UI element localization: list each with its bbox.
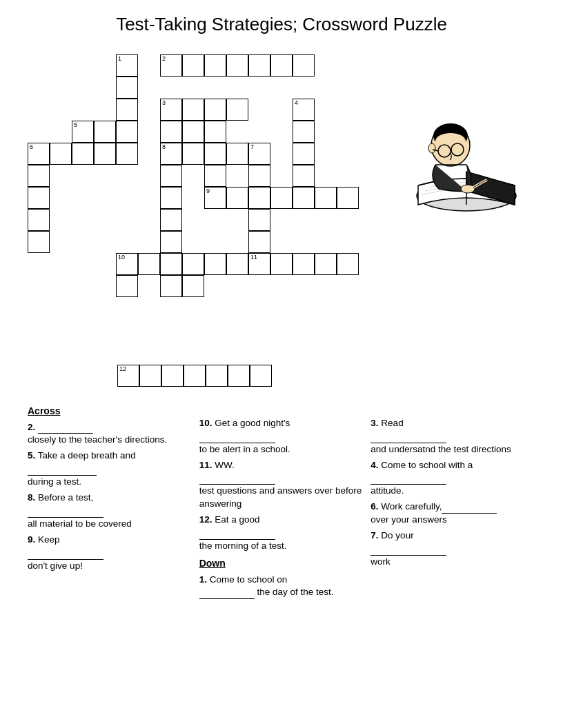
cell-r10c8 [204,253,226,275]
cell-r7c9 [226,187,248,209]
cell-r1c9 [248,54,270,77]
page-title: Test-Taking Strategies; Crossword Puzzle [28,14,535,35]
clue-across-11: 11. WW. test questions and answers over … [199,459,364,512]
cell-r1c8 [226,54,248,77]
svg-point-4 [428,143,435,153]
cell-r7c10 [248,187,270,209]
cell-r6c12 [293,165,315,187]
crossword-grid-container: 1 2 3 4 [28,48,393,392]
cell-r7c1 [28,187,50,209]
cell-r9c1 [28,231,50,253]
illustration [397,89,535,227]
across-down-clues: 10. Get a good night's to be alert in a … [199,405,371,602]
clue-down-7: 7. Do your work [371,529,535,569]
cell-r10-10start: 10 [116,253,138,275]
cell-1-1: 1 [116,54,138,77]
cell-r6c10 [248,165,270,187]
down-clues: 3. Read and undersatnd the test directio… [371,405,535,602]
down-heading: Down [199,557,364,571]
cell-r11c7 [182,275,204,297]
cell-r7c13 [315,187,337,209]
cell-r11c4 [116,275,138,297]
svg-point-9 [461,185,475,193]
cell-r7c12 [293,187,315,209]
cell-r5c9 [226,143,248,165]
clue-down-1: 1. Come to school on the day of the test… [199,574,364,600]
cell-r8c6 [160,209,182,231]
cell-r8c10 [248,209,270,231]
cell-r5c8 [204,143,226,165]
cell-r4c12 [293,121,315,143]
cell-r7c14 [337,187,359,209]
cell-r4c4 [116,121,138,143]
across-clues: Across 2. closely to the teacher's direc… [28,405,199,602]
cell-r9c6 [160,231,182,253]
cell-r10c12 [293,253,315,275]
cell-r6c8 [204,165,226,187]
cell-r2c4 [116,77,138,99]
cell-r5c3 [72,143,94,165]
cell-r1c11 [293,54,315,77]
clue-across-8: 8. Before a test, all material to be cov… [28,492,192,531]
cell-r10c14 [337,253,359,275]
row12-area: 12 [28,365,393,387]
cell-r1c10 [270,54,293,77]
cell-r10c11 [270,253,293,275]
cell-r10c6 [160,253,182,275]
cell-r7c6 [160,187,182,209]
cell-r1c6 [182,54,204,77]
clue-down-6: 6. Work carefully, over your answers [371,501,535,527]
cell-r5c1: 6 [28,143,50,165]
cell-r3c12: 4 [293,99,315,121]
cell-r4c6 [160,121,182,143]
cell-r5c7 [182,143,204,165]
cell-r5c4 [94,143,116,165]
crossword-grid: 1 2 3 4 [28,48,393,365]
cell-r4c2: 5 [72,121,94,143]
cell-r3c8 [204,99,226,121]
clue-across-12: 12. Eat a good the morning of a test. [199,514,364,553]
clue-across-9: 9. Keep don't give up! [28,534,192,573]
cell-r4c3 [94,121,116,143]
cell-r10c7 [182,253,204,275]
cell-2-start: 2 [160,54,182,77]
cell-r3c4 [116,99,138,121]
clue-across-2: 2. closely to the teacher's directions. [28,421,192,447]
cell-r11c6 [160,275,182,297]
cell-r6c6 [160,165,182,187]
cell-r5c2 [50,143,72,165]
cell-r7-9start: 9 [204,187,226,209]
cell-r3c6: 3 [160,99,182,121]
cell-r7c11 [270,187,293,209]
cell-r9c10 [248,231,270,253]
cell-r4c8 [204,121,226,143]
cell-r1c7 [204,54,226,77]
cell-r10c13 [315,253,337,275]
cell-r3c7 [182,99,204,121]
across-heading: Across [28,405,192,418]
clues-section: Across 2. closely to the teacher's direc… [28,399,535,602]
cell-r5c12 [293,143,315,165]
cell-r8c1 [28,209,50,231]
clue-down-4: 4. Come to school with a attitude. [371,459,535,498]
cell-r10-11start: 11 [248,253,270,275]
cell-r5c5 [116,143,138,165]
cell-r3c9 [226,99,248,121]
clue-across-10: 10. Get a good night's to be alert in a … [199,417,364,456]
cell-r6c1 [28,165,50,187]
cell-r10c9 [226,253,248,275]
cell-r4c7 [182,121,204,143]
cell-r5c6-8: 8 [160,143,182,165]
cell-r5c10: 7 [248,143,270,165]
clue-across-5: 5. Take a deep breath and during a test. [28,449,192,489]
clue-down-3: 3. Read and undersatnd the test directio… [371,417,535,456]
cell-r10c5 [138,253,160,275]
